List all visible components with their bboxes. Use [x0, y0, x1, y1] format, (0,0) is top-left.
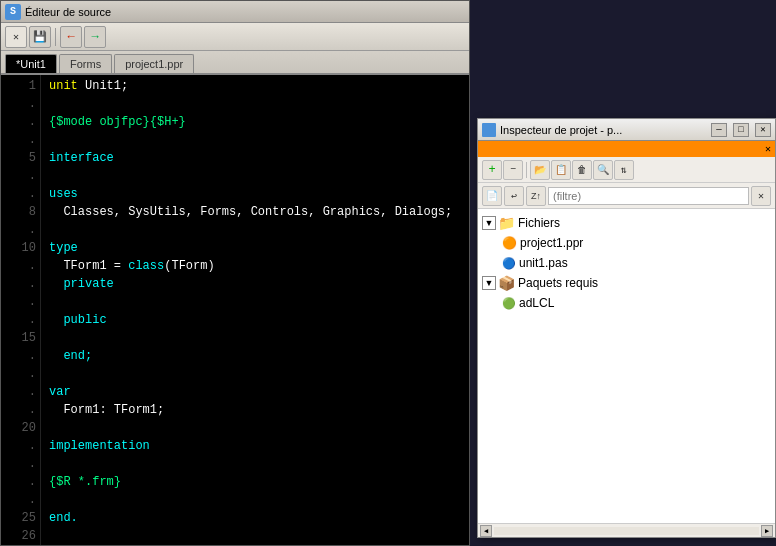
folder-icon2: 📦: [498, 275, 515, 291]
project-icon: 🟠: [502, 236, 517, 250]
pi-icon: [482, 123, 496, 137]
pi-tree[interactable]: ▼ 📁 Fichiers 🟠 project1.ppr 🔵 unit1.pas …: [478, 209, 775, 523]
tree-label-fichiers: Fichiers: [518, 216, 560, 230]
tab-unit1[interactable]: *Unit1: [5, 54, 57, 73]
tab-forms[interactable]: Forms: [59, 54, 112, 73]
pi-orange-bar: ✕: [478, 141, 775, 157]
pi-title: Inspecteur de projet - p...: [500, 124, 705, 136]
scroll-right[interactable]: ▶: [761, 525, 773, 537]
back-btn[interactable]: ←: [60, 26, 82, 48]
pi-find-btn[interactable]: 🔍: [593, 160, 613, 180]
pas-icon: 🔵: [502, 257, 516, 270]
pi-close-btn[interactable]: ✕: [755, 123, 771, 137]
code-area[interactable]: 1 . . . 5 . . 8 . 10 . . . . 15 . . . . …: [1, 75, 469, 545]
pi-sort-az-btn[interactable]: Z↑: [526, 186, 546, 206]
pi-titlebar: Inspecteur de projet - p... — □ ✕: [478, 119, 775, 141]
pi-toolbar: + − 📂 📋 🗑 🔍 ⇅: [478, 157, 775, 183]
expand-paquets[interactable]: ▼: [482, 276, 496, 290]
expand-fichiers[interactable]: ▼: [482, 216, 496, 230]
tree-label-project1: project1.ppr: [520, 236, 583, 250]
close-btn[interactable]: ✕: [5, 26, 27, 48]
pi-filter-input[interactable]: [548, 187, 749, 205]
folder-icon: 📁: [498, 215, 515, 231]
tree-item-fichiers[interactable]: ▼ 📁 Fichiers: [478, 213, 775, 233]
editor-title: Éditeur de source: [25, 6, 465, 18]
pi-sep1: [526, 162, 527, 178]
source-editor-window: S Éditeur de source ✕ 💾 ← → *Unit1 Forms…: [0, 0, 470, 546]
scroll-track[interactable]: [494, 527, 759, 535]
pi-copy-btn[interactable]: 📋: [551, 160, 571, 180]
tree-item-paquets[interactable]: ▼ 📦 Paquets requis: [478, 273, 775, 293]
pi-open-btn[interactable]: 📂: [530, 160, 550, 180]
code-text[interactable]: unit Unit1; {$mode objfpc}{$H+} interfac…: [41, 75, 469, 545]
tree-label-paquets: Paquets requis: [518, 276, 598, 290]
editor-toolbar: ✕ 💾 ← →: [1, 23, 469, 51]
pi-filter-btn1[interactable]: 📄: [482, 186, 502, 206]
pi-filter-clear-btn[interactable]: ✕: [751, 186, 771, 206]
pi-add-btn[interactable]: +: [482, 160, 502, 180]
adlcl-icon: 🟢: [502, 297, 516, 310]
pi-filter-btn2[interactable]: ↩: [504, 186, 524, 206]
tree-item-adlcl[interactable]: 🟢 adLCL: [478, 293, 775, 313]
tree-item-unit1[interactable]: 🔵 unit1.pas: [478, 253, 775, 273]
forward-btn[interactable]: →: [84, 26, 106, 48]
editor-icon: S: [5, 4, 21, 20]
tree-label-unit1: unit1.pas: [519, 256, 568, 270]
editor-tabs: *Unit1 Forms project1.ppr: [1, 51, 469, 75]
line-numbers: 1 . . . 5 . . 8 . 10 . . . . 15 . . . . …: [1, 75, 41, 545]
save-btn[interactable]: 💾: [29, 26, 51, 48]
pi-restore-btn[interactable]: □: [733, 123, 749, 137]
pi-minus-btn[interactable]: −: [503, 160, 523, 180]
tree-label-adlcl: adLCL: [519, 296, 554, 310]
pi-close-x[interactable]: ✕: [765, 143, 771, 155]
tab-project1[interactable]: project1.ppr: [114, 54, 194, 73]
scroll-left[interactable]: ◀: [480, 525, 492, 537]
pi-delete-btn[interactable]: 🗑: [572, 160, 592, 180]
toolbar-sep1: [55, 28, 56, 46]
source-editor-titlebar: S Éditeur de source: [1, 1, 469, 23]
tree-item-project1[interactable]: 🟠 project1.ppr: [478, 233, 775, 253]
pi-hscrollbar[interactable]: ◀ ▶: [478, 523, 775, 537]
pi-sort-btn[interactable]: ⇅: [614, 160, 634, 180]
pi-minimize-btn[interactable]: —: [711, 123, 727, 137]
pi-filter-row: 📄 ↩ Z↑ ✕: [478, 183, 775, 209]
project-inspector-window: Inspecteur de projet - p... — □ ✕ ✕ + − …: [477, 118, 776, 538]
